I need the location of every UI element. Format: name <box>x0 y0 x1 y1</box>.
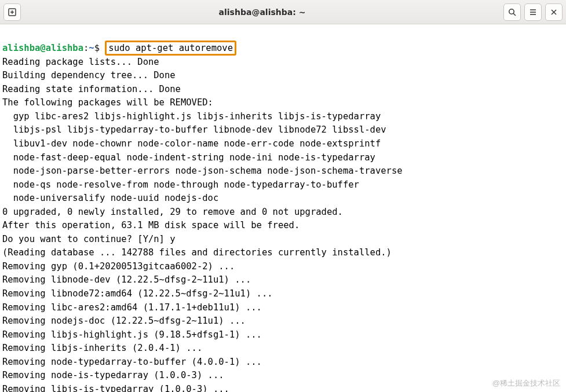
output-line: Removing libc-ares2:amd64 (1.17.1-1+deb1… <box>2 301 564 315</box>
output-line: Removing node-is-typedarray (1.0.0-3) ..… <box>2 369 564 383</box>
output-line: Building dependency tree... Done <box>2 69 564 83</box>
close-button[interactable] <box>545 3 563 21</box>
prompt-line: alishba@alishba:~$ sudo apt-get autoremo… <box>2 43 236 53</box>
window-titlebar: alishba@alishba: ~ <box>0 0 566 24</box>
output-line: Removing libjs-inherits (2.0.4-1) ... <box>2 342 564 356</box>
output-line: Reading state information... Done <box>2 83 564 97</box>
prompt-dollar: $ <box>94 43 100 53</box>
prompt-sep: : <box>83 43 89 53</box>
package-line: node-json-parse-better-errors node-json-… <box>2 164 564 178</box>
package-line: node-fast-deep-equal node-indent-string … <box>2 151 564 165</box>
output-line: The following packages will be REMOVED: <box>2 96 564 110</box>
output-line: Removing libnode72:amd64 (12.22.5~dfsg-2… <box>2 287 564 301</box>
close-icon <box>549 8 558 17</box>
package-line: node-universalify node-uuid nodejs-doc <box>2 192 564 206</box>
output-line: Removing libjs-is-typedarray (1.0.0-3) .… <box>2 383 564 392</box>
package-line: gyp libc-ares2 libjs-highlight.js libjs-… <box>2 110 564 124</box>
output-line: Reading package lists... Done <box>2 56 564 69</box>
new-tab-icon <box>8 8 17 17</box>
output-line: Removing libnode-dev (12.22.5~dfsg-2~11u… <box>2 273 564 287</box>
svg-line-4 <box>513 13 516 16</box>
output-line: 0 upgraded, 0 newly installed, 29 to rem… <box>2 206 564 219</box>
output-after-packages: 0 upgraded, 0 newly installed, 29 to rem… <box>2 206 564 392</box>
search-button[interactable] <box>503 3 521 21</box>
hamburger-icon <box>528 8 538 17</box>
output-packages-block: gyp libc-ares2 libjs-highlight.js libjs-… <box>2 110 564 206</box>
command-highlight: sudo apt-get autoremove <box>105 41 236 56</box>
output-line: Removing gyp (0.1+20200513gitcaa6002-2) … <box>2 260 564 274</box>
package-line: libuv1-dev node-chownr node-color-name n… <box>2 137 564 151</box>
package-line: node-qs node-resolve-from node-through n… <box>2 178 564 192</box>
output-line: After this operation, 63.1 MB disk space… <box>2 219 564 233</box>
new-tab-button[interactable] <box>3 3 21 21</box>
output-line: (Reading database ... 142788 files and d… <box>2 246 564 260</box>
prompt-user-host: alishba@alishba <box>2 43 83 53</box>
output-line: Removing node-typedarray-to-buffer (4.0.… <box>2 356 564 369</box>
output-line: Do you want to continue? [Y/n] y <box>2 233 564 247</box>
output-before-packages: Reading package lists... DoneBuilding de… <box>2 56 564 110</box>
search-icon <box>507 8 517 17</box>
svg-point-3 <box>509 9 514 13</box>
output-line: Removing libjs-highlight.js (9.18.5+dfsg… <box>2 328 564 342</box>
package-line: libjs-psl libjs-typedarray-to-buffer lib… <box>2 123 564 137</box>
menu-button[interactable] <box>524 3 542 21</box>
output-line: Removing nodejs-doc (12.22.5~dfsg-2~11u1… <box>2 314 564 328</box>
prompt-path: ~ <box>89 43 94 53</box>
window-title: alishba@alishba: ~ <box>23 8 501 17</box>
terminal-viewport[interactable]: alishba@alishba:~$ sudo apt-get autoremo… <box>0 24 566 392</box>
